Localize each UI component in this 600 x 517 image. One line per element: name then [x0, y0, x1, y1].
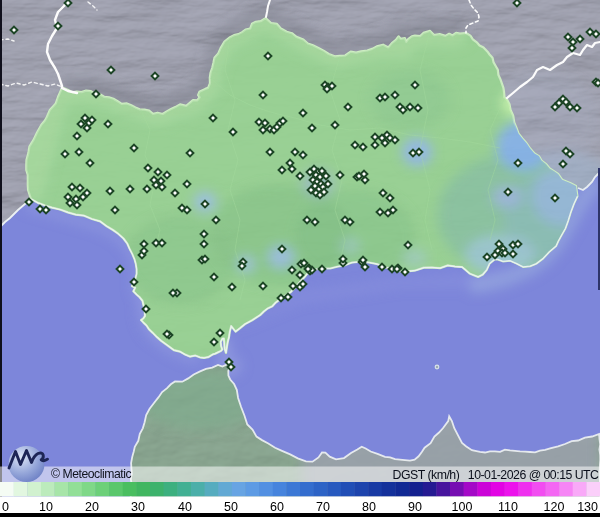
svg-text:10: 10	[39, 500, 53, 514]
svg-text:120: 120	[544, 500, 565, 514]
svg-text:20: 20	[85, 500, 99, 514]
svg-text:DGST (km/h) 10-01-2026 @ 00:1: DGST (km/h) 10-01-2026 @ 00:15 UTC	[393, 468, 600, 482]
svg-text:40: 40	[178, 500, 192, 514]
svg-text:110: 110	[498, 500, 518, 514]
svg-text:70: 70	[316, 500, 330, 514]
svg-text:0: 0	[2, 500, 9, 514]
svg-text:90: 90	[408, 500, 422, 514]
svg-text:60: 60	[270, 500, 284, 514]
svg-text:100: 100	[452, 500, 473, 514]
svg-text:80: 80	[362, 500, 376, 514]
svg-text:130: 130	[577, 500, 598, 514]
svg-text:© Meteoclimatic: © Meteoclimatic	[51, 467, 131, 481]
svg-text:50: 50	[224, 500, 238, 514]
svg-text:30: 30	[131, 500, 145, 514]
